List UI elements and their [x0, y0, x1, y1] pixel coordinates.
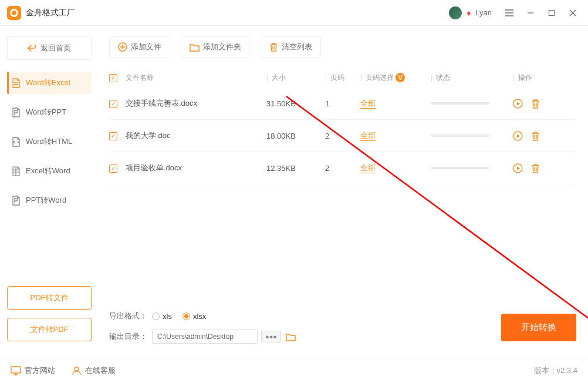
- maximize-button[interactable]: [543, 5, 560, 21]
- output-label: 输出目录：: [109, 331, 147, 342]
- table-header: ✓ 文件名称 |大小 |页码 |页码选择V |状态 |操作: [109, 68, 576, 88]
- delete-icon[interactable]: [531, 131, 540, 141]
- svg-rect-6: [11, 367, 21, 373]
- col-ops: 操作: [518, 73, 532, 82]
- doc-icon: [12, 166, 21, 176]
- table-row: ✓ 交接手续完善表.docx 31.50KB 1 全部: [109, 88, 576, 120]
- sidebar-item-label: PPT转Word: [26, 195, 66, 206]
- sidebar-item-word-ppt[interactable]: Word转PPT: [7, 101, 92, 123]
- file-page: 2: [325, 132, 360, 140]
- trash-icon: [269, 42, 278, 52]
- progress-bar: [431, 167, 489, 169]
- plus-circle-icon: [118, 42, 127, 52]
- doc-icon: [12, 137, 21, 147]
- diamond-icon: ♦: [467, 8, 471, 18]
- format-label: 导出格式：: [109, 311, 147, 321]
- col-range: 页码选择: [366, 73, 394, 82]
- sidebar: 返回首页 Word转Excel Word转PPT Word转HTML Excel…: [0, 26, 99, 358]
- content-area: 添加文件 添加文件夹 清空列表 ✓ 文件名称 |大小 |页码 |页码选择V |状…: [99, 26, 588, 358]
- play-icon[interactable]: [513, 99, 523, 109]
- col-name: 文件名称: [126, 73, 266, 83]
- row-checkbox[interactable]: ✓: [109, 164, 117, 173]
- monitor-icon: [11, 366, 21, 375]
- progress-bar: [431, 102, 489, 105]
- radio-xlsx[interactable]: xlsx: [183, 312, 206, 321]
- file-name: 项目验收单.docx: [126, 163, 266, 173]
- minimize-button[interactable]: [522, 5, 539, 21]
- clear-list-button[interactable]: 清空列表: [261, 36, 321, 58]
- avatar[interactable]: [449, 6, 462, 19]
- menu-button[interactable]: [501, 5, 518, 21]
- website-label: 官方网站: [25, 365, 55, 376]
- page-range-link[interactable]: 全部: [360, 131, 376, 141]
- titlebar: 金舟格式工厂 ♦ Lyan: [0, 0, 588, 26]
- play-icon[interactable]: [513, 163, 523, 173]
- file-table: ✓ 文件名称 |大小 |页码 |页码选择V |状态 |操作 ✓ 交接手续完善表.…: [109, 68, 576, 303]
- file-size: 18.00KB: [266, 132, 325, 140]
- file-name: 交接手续完善表.docx: [126, 98, 266, 109]
- table-row: ✓ 我的大学.doc 18.00KB 2 全部: [109, 120, 576, 152]
- open-folder-icon[interactable]: [286, 332, 296, 341]
- select-all-checkbox[interactable]: ✓: [109, 74, 117, 82]
- app-logo-icon: [7, 6, 21, 20]
- file-size: 31.50KB: [266, 99, 325, 108]
- footer: 官方网站 在线客服 版本：v2.3.4: [0, 358, 588, 382]
- version-text: 版本：v2.3.4: [534, 365, 577, 376]
- official-website-link[interactable]: 官方网站: [11, 365, 55, 376]
- radio-icon: [183, 313, 190, 320]
- doc-icon: [12, 107, 21, 117]
- row-checkbox[interactable]: ✓: [109, 100, 117, 108]
- sidebar-item-ppt-word[interactable]: PPT转Word: [7, 189, 92, 211]
- file-size: 12.35KB: [266, 164, 325, 173]
- sidebar-item-label: Word转Excel: [26, 78, 70, 88]
- online-support-link[interactable]: 在线客服: [72, 365, 116, 376]
- app-title: 金舟格式工厂: [26, 8, 75, 18]
- svg-rect-0: [549, 10, 555, 15]
- back-home-label: 返回首页: [40, 43, 71, 53]
- sidebar-item-excel-word[interactable]: Excel转Word: [7, 160, 92, 182]
- col-size: 大小: [272, 73, 286, 82]
- table-row: ✓ 项目验收单.docx 12.35KB 2 全部: [109, 152, 576, 184]
- page-range-link[interactable]: 全部: [360, 163, 376, 173]
- pdf-to-file-button[interactable]: PDF转文件: [7, 286, 92, 310]
- doc-icon: [12, 78, 21, 88]
- sidebar-item-word-html[interactable]: Word转HTML: [7, 130, 92, 153]
- back-arrow-icon: [28, 44, 37, 52]
- radio-icon: [152, 313, 160, 320]
- delete-icon[interactable]: [531, 163, 540, 173]
- support-label: 在线客服: [85, 365, 116, 376]
- add-file-label: 添加文件: [131, 42, 161, 52]
- file-page: 1: [325, 99, 360, 108]
- sidebar-item-label: Word转PPT: [26, 107, 66, 117]
- add-file-button[interactable]: 添加文件: [109, 36, 170, 58]
- username[interactable]: Lyan: [475, 8, 492, 17]
- clear-list-label: 清空列表: [282, 42, 312, 52]
- start-convert-button[interactable]: 开始转换: [501, 314, 576, 341]
- headset-icon: [72, 365, 82, 375]
- sidebar-item-word-excel[interactable]: Word转Excel: [7, 72, 92, 94]
- delete-icon[interactable]: [531, 99, 540, 109]
- sidebar-item-label: Excel转Word: [26, 166, 70, 176]
- col-page: 页码: [330, 73, 344, 82]
- back-home-button[interactable]: 返回首页: [7, 36, 92, 60]
- add-folder-label: 添加文件夹: [203, 42, 241, 52]
- radio-xls-label: xls: [163, 312, 172, 321]
- col-status: 状态: [436, 73, 450, 82]
- file-name: 我的大学.doc: [126, 130, 266, 141]
- vip-badge-icon: V: [396, 73, 405, 82]
- browse-button[interactable]: ●●●: [261, 331, 281, 342]
- radio-xls[interactable]: xls: [152, 312, 172, 321]
- radio-xlsx-label: xlsx: [193, 312, 206, 321]
- sidebar-item-label: Word转HTML: [26, 136, 72, 147]
- folder-icon: [190, 43, 200, 52]
- doc-icon: [12, 196, 21, 206]
- close-button[interactable]: [565, 5, 581, 21]
- progress-bar: [431, 135, 489, 137]
- add-folder-button[interactable]: 添加文件夹: [181, 36, 250, 58]
- page-range-link[interactable]: 全部: [360, 99, 376, 109]
- output-path-input[interactable]: [152, 330, 258, 344]
- svg-point-7: [75, 367, 78, 371]
- play-icon[interactable]: [513, 131, 523, 141]
- row-checkbox[interactable]: ✓: [109, 132, 117, 140]
- file-to-pdf-button[interactable]: 文件转PDF: [7, 318, 92, 341]
